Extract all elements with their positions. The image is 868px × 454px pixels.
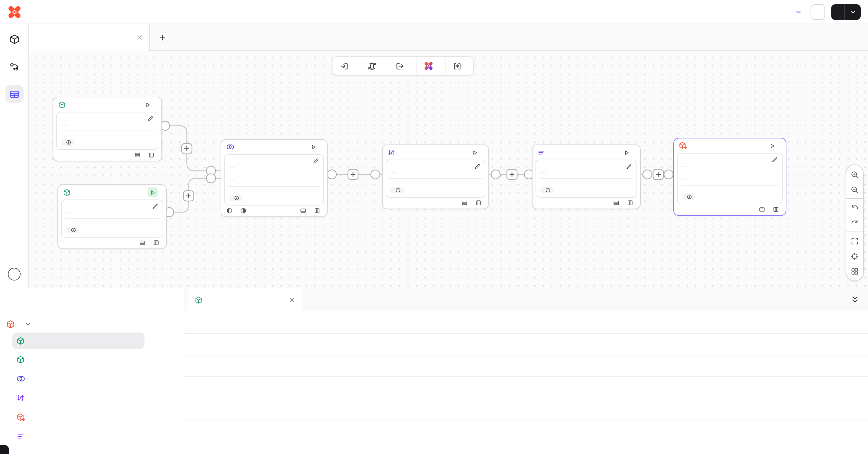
node-run-button[interactable] bbox=[621, 148, 632, 157]
undo-button[interactable] bbox=[846, 200, 863, 215]
file-path-chip[interactable] bbox=[682, 179, 688, 180]
join-type-chip[interactable] bbox=[229, 167, 235, 168]
flow-icon bbox=[9, 62, 20, 72]
tree-item-stg-orders[interactable] bbox=[16, 352, 30, 368]
tree-item-filter-1[interactable] bbox=[16, 428, 30, 445]
column-count bbox=[627, 199, 635, 206]
table-row[interactable] bbox=[184, 333, 868, 355]
right-input-rows bbox=[240, 207, 248, 214]
run-button[interactable] bbox=[811, 4, 825, 20]
preview-tab-stg-order-items[interactable] bbox=[187, 289, 302, 311]
rail-item-table-view[interactable] bbox=[5, 85, 24, 103]
zoom-out-button[interactable] bbox=[846, 182, 863, 197]
node-run-button[interactable] bbox=[148, 187, 158, 197]
help-button[interactable] bbox=[8, 268, 21, 280]
projections-chip[interactable] bbox=[61, 139, 74, 145]
node-order-1[interactable] bbox=[382, 145, 489, 209]
table-row[interactable] bbox=[184, 376, 868, 398]
tree-item-join-1[interactable] bbox=[16, 370, 30, 387]
table-row[interactable] bbox=[184, 441, 868, 454]
filter-condition-chip[interactable] bbox=[540, 172, 547, 174]
transform-button[interactable] bbox=[360, 57, 388, 75]
tree-item-ve-demo-sql[interactable] bbox=[6, 315, 31, 332]
collapse-panel-icon[interactable] bbox=[850, 295, 860, 304]
edit-pencil-icon[interactable] bbox=[474, 163, 480, 170]
close-icon[interactable] bbox=[136, 34, 143, 41]
copilot-button[interactable] bbox=[416, 57, 445, 75]
node-run-button[interactable] bbox=[470, 148, 480, 157]
rail-item-lineage[interactable] bbox=[5, 58, 24, 76]
model-name-chip[interactable] bbox=[682, 165, 688, 167]
canvas-toolbar bbox=[332, 56, 474, 75]
fit-view-button[interactable] bbox=[846, 233, 863, 248]
commit-label bbox=[831, 4, 844, 20]
auto-layout-button[interactable] bbox=[846, 264, 863, 279]
sql-button[interactable] bbox=[445, 57, 473, 75]
projections-chip[interactable] bbox=[682, 193, 695, 200]
row-count bbox=[613, 199, 621, 206]
rail-item-models[interactable] bbox=[5, 30, 24, 48]
edge-add-button[interactable] bbox=[507, 169, 517, 180]
model-name-chip[interactable] bbox=[61, 124, 67, 126]
info-icon bbox=[395, 187, 401, 192]
model-cube-icon bbox=[16, 336, 25, 345]
table-row[interactable] bbox=[184, 420, 868, 441]
projections-chip[interactable] bbox=[391, 186, 404, 193]
edit-pencil-icon[interactable] bbox=[771, 157, 778, 163]
edit-pencil-icon[interactable] bbox=[147, 116, 154, 122]
model-cube-icon bbox=[63, 188, 71, 196]
node-join-1[interactable] bbox=[221, 139, 328, 217]
projections-chip[interactable] bbox=[540, 186, 554, 193]
node-stg-orders[interactable] bbox=[53, 97, 162, 161]
edge-add-button[interactable] bbox=[348, 169, 358, 180]
node-stg-order-items[interactable] bbox=[57, 184, 167, 249]
model-name-chip[interactable] bbox=[66, 212, 72, 213]
edit-pencil-icon[interactable] bbox=[312, 158, 319, 164]
redo-button[interactable] bbox=[846, 215, 863, 230]
output-model-icon bbox=[6, 320, 15, 329]
corner-widget-peek[interactable] bbox=[0, 445, 9, 454]
tree-item-stg-order-items[interactable] bbox=[16, 332, 30, 349]
close-icon[interactable] bbox=[288, 296, 296, 303]
edge-add-button[interactable] bbox=[653, 169, 663, 180]
projections-chip[interactable] bbox=[229, 194, 242, 201]
output-button[interactable] bbox=[388, 57, 416, 75]
center-target-button[interactable] bbox=[846, 248, 863, 264]
add-tab-button[interactable] bbox=[158, 24, 170, 51]
edge-add-button[interactable] bbox=[183, 191, 194, 201]
node-run-button[interactable] bbox=[767, 141, 777, 151]
dbt-logo-icon[interactable] bbox=[7, 4, 22, 19]
node-filter-1[interactable] bbox=[532, 145, 641, 209]
chevron-down-icon[interactable] bbox=[25, 321, 31, 327]
half-right-icon bbox=[240, 207, 247, 214]
column-count bbox=[148, 151, 157, 158]
row-count bbox=[300, 207, 308, 214]
dbt-canvas-app bbox=[0, 0, 868, 454]
tree-item-order-1[interactable] bbox=[16, 390, 30, 406]
zoom-in-button[interactable] bbox=[846, 167, 863, 182]
sort-icon bbox=[16, 394, 25, 402]
canvas[interactable] bbox=[29, 51, 868, 288]
node-run-button[interactable] bbox=[143, 100, 153, 110]
model-cube-icon bbox=[58, 101, 66, 109]
projections-chip[interactable] bbox=[66, 226, 79, 233]
table-row[interactable] bbox=[184, 355, 868, 376]
tab-ve-demo-sql[interactable] bbox=[29, 24, 150, 51]
table-row[interactable] bbox=[184, 398, 868, 419]
output-icon bbox=[395, 61, 404, 70]
left-input-rows bbox=[226, 207, 235, 214]
commit-dropdown-button[interactable] bbox=[844, 4, 861, 20]
join-condition-chip[interactable] bbox=[229, 180, 235, 181]
previews-panel bbox=[0, 288, 868, 454]
tree-item-ve-demo[interactable] bbox=[16, 409, 30, 425]
node-run-button[interactable] bbox=[308, 142, 318, 152]
node-ve-demo[interactable] bbox=[673, 138, 786, 215]
edge-add-button[interactable] bbox=[182, 144, 192, 154]
transform-icon bbox=[368, 61, 377, 70]
edit-pencil-icon[interactable] bbox=[152, 203, 158, 210]
sort-order-chip[interactable] bbox=[391, 172, 397, 174]
commit-button[interactable] bbox=[831, 4, 861, 20]
edit-pencil-icon[interactable] bbox=[626, 163, 632, 170]
input-button[interactable] bbox=[333, 57, 360, 75]
environment-selector[interactable] bbox=[791, 8, 802, 16]
